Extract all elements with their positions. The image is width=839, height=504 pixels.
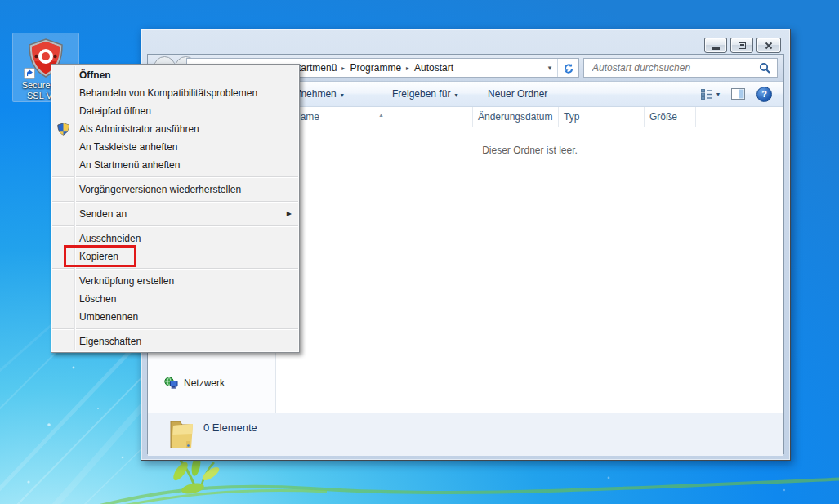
network-icon xyxy=(164,377,178,389)
menu-item-verknuepfung-erstellen[interactable]: Verknüpfung erstellen xyxy=(51,272,299,290)
column-label-type: Typ xyxy=(564,111,579,123)
file-list: ▲ Name Änderungsdatum Typ Größe Dieser O… xyxy=(276,107,783,413)
shortcut-arrow-icon xyxy=(24,68,35,79)
maximize-icon xyxy=(739,42,746,49)
submenu-arrow-icon: ▶ xyxy=(287,205,292,223)
item-count: 0 Elemente xyxy=(203,421,257,434)
breadcrumb-segment-autostart[interactable]: Autostart xyxy=(414,62,453,74)
wallpaper-vine xyxy=(65,454,839,504)
minimize-icon xyxy=(712,47,720,50)
menu-separator xyxy=(52,328,298,330)
annotation-red-rectangle xyxy=(64,245,136,267)
menu-item-an-startmenu-anheften[interactable]: An Startmenü anheften xyxy=(51,156,299,174)
empty-folder-message: Dieser Ordner ist leer. xyxy=(276,145,783,156)
breadcrumb-segment-programme[interactable]: Programme xyxy=(350,62,401,74)
close-button[interactable] xyxy=(756,38,781,53)
details-pane: 0 Elemente xyxy=(148,413,783,456)
menu-item-eigenschaften[interactable]: Eigenschaften xyxy=(51,332,299,350)
chevron-down-icon: ▾ xyxy=(454,91,457,99)
column-header-type[interactable]: Typ xyxy=(559,107,645,127)
change-view-button[interactable]: ▾ xyxy=(701,89,720,100)
column-header-size[interactable]: Größe xyxy=(645,107,696,127)
maximize-button[interactable] xyxy=(730,38,753,53)
menu-item-senden-an[interactable]: Senden an ▶ xyxy=(51,205,299,223)
refresh-icon xyxy=(563,62,574,74)
new-folder-button[interactable]: Neuer Ordner xyxy=(488,82,547,106)
sidebar-item-label: Netzwerk xyxy=(184,377,225,389)
share-with-button[interactable]: Freigeben für▾ xyxy=(392,82,457,106)
address-dropdown-button[interactable]: ▾ xyxy=(542,64,557,72)
help-button[interactable]: ? xyxy=(756,87,772,102)
menu-item-label: Als Administrator ausführen xyxy=(79,123,199,135)
menu-item-kompatibilitaet[interactable]: Behandeln von Kompatibilitätsproblemen xyxy=(51,84,299,102)
menu-separator xyxy=(52,268,298,270)
menu-item-als-administrator[interactable]: Als Administrator ausführen xyxy=(51,120,299,138)
column-header-date[interactable]: Änderungsdatum xyxy=(473,107,559,127)
menu-item-umbenennen[interactable]: Umbenennen xyxy=(51,308,299,326)
menu-item-label: Senden an xyxy=(79,208,127,220)
menu-separator xyxy=(52,225,298,227)
column-label-date: Änderungsdatum xyxy=(478,111,552,123)
close-icon xyxy=(765,42,773,50)
menu-item-an-taskleiste-anheften[interactable]: An Taskleiste anheften xyxy=(51,138,299,156)
search-icon[interactable] xyxy=(759,62,770,74)
uac-shield-icon xyxy=(57,123,69,136)
menu-item-vorgaengerversionen[interactable]: Vorgängerversionen wiederherstellen xyxy=(51,181,299,198)
column-label-size: Größe xyxy=(649,111,677,123)
refresh-button[interactable] xyxy=(557,59,578,77)
chevron-down-icon: ▾ xyxy=(341,91,344,99)
folder-icon xyxy=(166,418,199,451)
minimize-button[interactable] xyxy=(704,38,727,53)
caption-buttons xyxy=(704,38,781,53)
address-bar-controls: ▾ xyxy=(542,59,578,77)
chevron-right-icon[interactable]: ▸ xyxy=(341,65,345,72)
breadcrumb: Startmenü ▸ Programme ▸ Autostart xyxy=(292,59,453,77)
column-header-name[interactable]: ▲ Name xyxy=(276,107,473,127)
menu-item-loeschen[interactable]: Löschen xyxy=(51,290,299,308)
new-folder-label: Neuer Ordner xyxy=(488,88,547,100)
context-menu: Öffnen Behandeln von Kompatibilitätsprob… xyxy=(51,64,300,353)
chevron-right-icon[interactable]: ▸ xyxy=(406,65,409,72)
menu-item-dateipfad-oeffnen[interactable]: Dateipfad öffnen xyxy=(51,102,299,120)
sidebar-item-netzwerk[interactable]: Netzwerk xyxy=(164,377,225,389)
menu-item-oeffnen[interactable]: Öffnen xyxy=(51,66,299,84)
menu-separator xyxy=(52,201,298,203)
sort-ascending-icon: ▲ xyxy=(378,107,384,125)
menu-separator xyxy=(52,176,298,178)
column-headers: ▲ Name Änderungsdatum Typ Größe xyxy=(276,107,783,127)
preview-pane-button[interactable] xyxy=(731,88,745,100)
search-box xyxy=(583,58,778,78)
share-with-label: Freigeben für xyxy=(392,88,450,100)
chevron-down-icon: ▾ xyxy=(716,91,720,98)
views-icon xyxy=(701,89,713,100)
command-bar-icons: ▾ ? xyxy=(701,82,772,106)
search-input[interactable] xyxy=(591,61,759,74)
